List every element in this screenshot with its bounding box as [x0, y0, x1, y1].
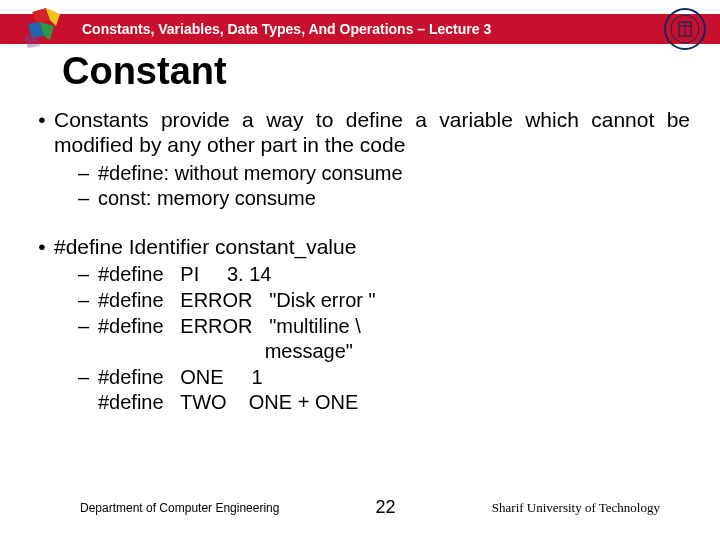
sub-bullet-text: #define: without memory consume	[98, 162, 690, 186]
sub-bullet: –#define PI 3. 14	[78, 263, 690, 287]
sub-bullet: –const: memory consume	[78, 187, 690, 211]
bullet-1-text: Constants provide a way to define a vari…	[54, 108, 690, 158]
bullet-2-text: #define Identifier constant_value	[54, 235, 690, 260]
sub-bullet-text: #define PI 3. 14	[98, 263, 690, 287]
header-breadcrumb: Constants, Variables, Data Types, And Op…	[82, 21, 491, 37]
footer: Department of Computer Engineering 22 Sh…	[0, 497, 720, 518]
bullet-icon: •	[30, 235, 54, 260]
sub-bullet-continuation: message"	[78, 340, 690, 364]
sub-bullet-continuation: #define TWO ONE + ONE	[78, 391, 690, 415]
sub-bullet-text: #define ONE 1	[98, 366, 690, 390]
sub-bullet-text: const: memory consume	[98, 187, 690, 211]
sub-bullet: –#define ERROR "Disk error "	[78, 289, 690, 313]
page-title: Constant	[62, 50, 227, 93]
sub-bullet-text: #define ERROR "Disk error "	[98, 289, 690, 313]
header-bar: Constants, Variables, Data Types, And Op…	[0, 14, 720, 44]
content-body: • Constants provide a way to define a va…	[30, 108, 690, 417]
footer-department: Department of Computer Engineering	[80, 501, 279, 515]
bullet-2: • #define Identifier constant_value	[30, 235, 690, 260]
puzzle-logo-icon	[20, 6, 70, 50]
sub-bullet: –#define ONE 1	[78, 366, 690, 390]
sub-bullet-cont-text: #define TWO ONE + ONE	[98, 391, 690, 415]
footer-university: Sharif University of Technology	[492, 500, 660, 516]
sub-bullet-text: #define ERROR "multiline \	[98, 315, 690, 339]
slide: Constants, Variables, Data Types, And Op…	[0, 0, 720, 540]
bullet-1: • Constants provide a way to define a va…	[30, 108, 690, 158]
footer-page-number: 22	[376, 497, 396, 518]
sub-bullet-cont-text: message"	[98, 340, 690, 364]
bullet-icon: •	[30, 108, 54, 158]
sub-bullet: –#define ERROR "multiline \	[78, 315, 690, 339]
sub-bullet: –#define: without memory consume	[78, 162, 690, 186]
university-seal-icon	[664, 8, 706, 50]
